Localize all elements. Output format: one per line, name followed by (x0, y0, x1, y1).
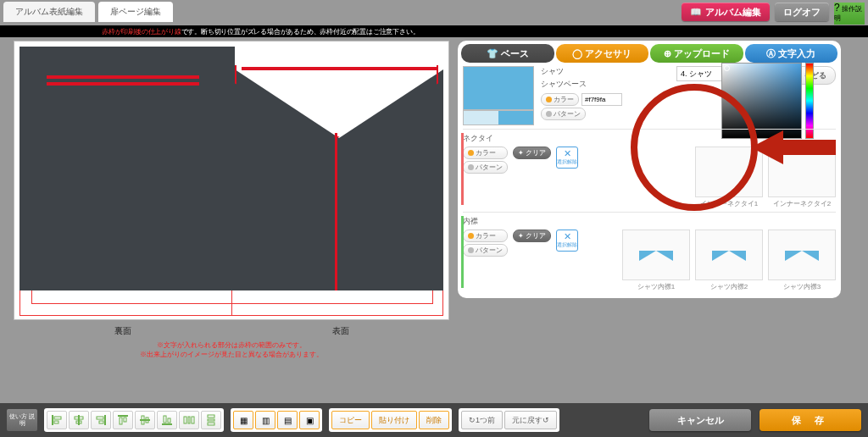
help-button[interactable]: ? 操作説明 (834, 3, 865, 25)
collar-thumb-3[interactable] (768, 230, 836, 280)
close-icon: ✕ (564, 149, 571, 158)
tab-cover-edit[interactable]: アルバム表紙編集 (3, 2, 95, 22)
copy-button[interactable]: コピー (331, 411, 370, 429)
send-backward[interactable]: ▤ (277, 411, 298, 429)
preview-canvas[interactable] (14, 41, 449, 320)
necktie-thumb-2[interactable] (768, 147, 836, 197)
svg-rect-18 (184, 417, 186, 423)
side-panel: 👕ベース ◯アクセサリ ⊕アップロード Ⓐ文字入力 シャツ シ (458, 41, 841, 298)
hex-input[interactable] (581, 93, 622, 106)
svg-rect-10 (120, 418, 122, 424)
bottom-toolbar: 使い方 説明 ▦ ▥ ▤ ▣ コピー 貼り付け 削除 ↻ 1つ前 元に戻す ↺ … (0, 403, 868, 437)
tab-text[interactable]: Ⓐ文字入力 (745, 44, 838, 63)
book-icon: 📖 (690, 7, 702, 18)
distribute-v[interactable] (201, 411, 221, 429)
delete-button[interactable]: 削除 (419, 411, 449, 429)
svg-rect-20 (192, 417, 194, 423)
picker-cursor[interactable] (724, 65, 730, 71)
necktie-color-button[interactable]: カラー (463, 147, 508, 159)
redo-button[interactable]: 元に戻す ↺ (504, 411, 557, 429)
svg-rect-1 (54, 417, 61, 419)
align-center-h[interactable] (69, 411, 89, 429)
collar-stripe-back-2 (47, 82, 199, 86)
text-icon: Ⓐ (766, 47, 776, 60)
svg-rect-8 (99, 421, 103, 423)
logoff-button[interactable]: ログオフ (775, 3, 829, 21)
close-icon: ✕ (564, 232, 571, 241)
usage-help-button[interactable]: 使い方 説明 (7, 409, 37, 431)
collar-clear-button[interactable]: ✦クリア (513, 230, 551, 242)
svg-rect-22 (208, 419, 214, 421)
align-tool-group (44, 408, 224, 432)
color-picker-sv[interactable] (721, 63, 802, 139)
collar-color-button[interactable]: カラー (463, 230, 508, 242)
section-title-collar: 内襟 (463, 216, 836, 227)
svg-rect-21 (208, 415, 214, 418)
necktie-thumb-1[interactable] (695, 147, 763, 197)
swatch-split[interactable] (463, 110, 534, 125)
bring-front[interactable]: ▦ (233, 411, 253, 429)
align-right[interactable] (91, 411, 111, 429)
svg-rect-2 (54, 421, 58, 423)
necktie-clear-button[interactable]: ✦クリア (513, 147, 551, 159)
svg-rect-17 (168, 418, 170, 423)
circle-icon: ◯ (572, 48, 582, 59)
color-button[interactable]: カラー (541, 93, 579, 106)
align-left[interactable] (47, 411, 67, 429)
collar-stripe-back-1 (47, 75, 199, 79)
bring-forward[interactable]: ▥ (255, 411, 275, 429)
collar-deselect[interactable]: ✕選択解除 (556, 230, 578, 252)
collar-pattern-button[interactable]: パターン (463, 244, 508, 257)
align-middle-v[interactable] (135, 411, 155, 429)
history-tool-group: ↻ 1つ前 元に戻す ↺ (459, 408, 559, 432)
collar-thumb-2[interactable] (695, 230, 763, 280)
redo-icon: ↺ (542, 416, 549, 424)
necktie-pattern-button[interactable]: パターン (463, 161, 508, 174)
save-button[interactable]: 保 存 (760, 409, 861, 431)
color-picker-hue[interactable] (805, 63, 814, 139)
tab-upload[interactable]: ⊕アップロード (650, 44, 743, 63)
question-icon: ? (834, 2, 840, 14)
shirt-icon: 👕 (487, 48, 498, 59)
section-title-necktie: ネクタイ (463, 133, 836, 144)
upload-icon: ⊕ (664, 48, 671, 59)
label-back: 裏面 (14, 325, 231, 337)
align-bottom[interactable] (157, 411, 177, 429)
edit-tool-group: コピー 貼り付け 削除 (329, 408, 452, 432)
layer-tool-group: ▦ ▥ ▤ ▣ (231, 408, 322, 432)
pattern-button[interactable]: パターン (541, 108, 586, 120)
label-shirtbase: シャツベース (541, 79, 622, 90)
svg-rect-16 (164, 416, 166, 423)
send-back[interactable]: ▣ (299, 411, 320, 429)
swatch-main[interactable] (463, 66, 534, 110)
tab-door-edit[interactable]: 扉ページ編集 (98, 2, 173, 22)
front-seam (335, 133, 337, 290)
warn-2: ※出来上がりのイメージが見た目と異なる場合があります。 (14, 350, 449, 359)
album-edit-button[interactable]: 📖 アルバム編集 (682, 3, 770, 21)
svg-rect-19 (188, 417, 190, 423)
align-top[interactable] (113, 411, 133, 429)
sparkle-icon: ✦ (518, 149, 524, 157)
notice-bar: 赤枠が印刷後の仕上がり線 です。断ち切り位置がズレる場合があるため、赤枠付近の配… (0, 25, 868, 37)
warn-1: ※文字が入れられる部分は赤枠の範囲のみです。 (14, 340, 449, 350)
label-front: 表面 (231, 325, 449, 337)
tab-accessory[interactable]: ◯アクセサリ (556, 44, 649, 63)
cancel-button[interactable]: キャンセル (649, 409, 751, 431)
tab-base[interactable]: 👕ベース (461, 44, 554, 63)
svg-rect-23 (208, 423, 214, 425)
paste-button[interactable]: 貼り付け (371, 411, 417, 429)
necktie-deselect[interactable]: ✕選択解除 (556, 147, 578, 169)
sparkle-icon: ✦ (518, 232, 524, 240)
label-shirt: シャツ (541, 66, 622, 77)
svg-rect-11 (124, 418, 126, 422)
collar-thumb-1[interactable] (622, 230, 690, 280)
svg-rect-7 (97, 417, 103, 419)
distribute-h[interactable] (179, 411, 199, 429)
undo-icon: ↻ (469, 416, 476, 424)
undo-button[interactable]: ↻ 1つ前 (461, 411, 503, 429)
